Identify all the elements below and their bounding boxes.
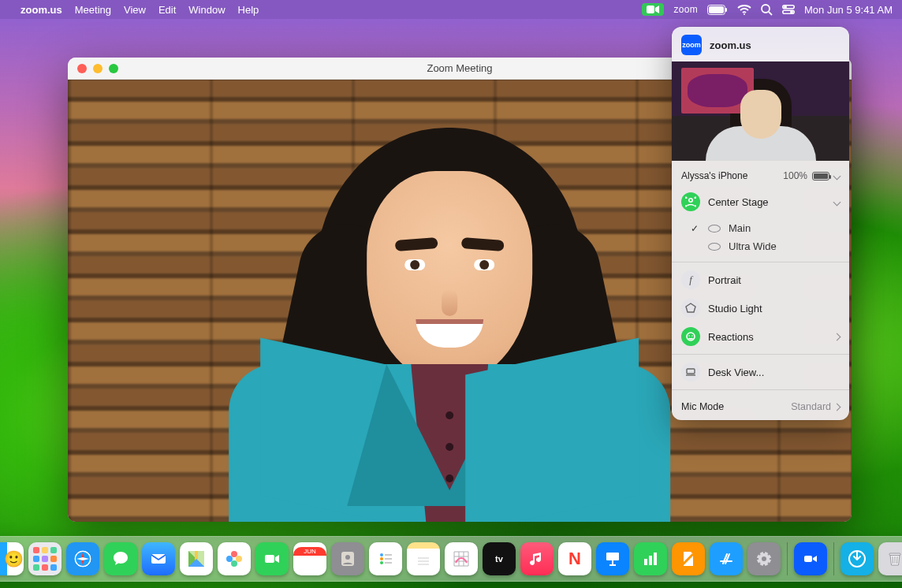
lens-icon [708,243,721,251]
svg-line-59 [893,556,893,564]
svg-point-25 [231,560,237,567]
lens-icon [708,225,721,233]
svg-point-24 [236,556,242,562]
center-stage-option-ultrawide[interactable]: Ultra Wide [689,237,840,255]
dock-app-safari[interactable] [66,542,99,575]
desk-view-row[interactable]: Desk View... [672,358,849,386]
menu-item-meeting[interactable]: Meeting [75,4,111,16]
spotlight-search-icon[interactable] [761,4,773,16]
portrait-icon: f [681,270,700,289]
dock-app-launchpad[interactable] [28,542,62,575]
camera-device-row: Alyssa's iPhone 100% [672,167,849,188]
control-center-icon[interactable] [782,5,795,14]
dock-divider [833,542,834,575]
svg-rect-40 [606,553,619,560]
center-stage-option-main[interactable]: ✓ Main [689,219,840,237]
dock-app-calendar[interactable]: JUN 5 [293,542,326,575]
dock-app-numbers[interactable] [634,542,667,575]
svg-rect-45 [654,553,657,565]
chevron-right-icon [833,403,841,411]
chevron-right-icon [833,333,841,341]
dock-app-keynote[interactable] [596,542,629,575]
menu-app-name[interactable]: zoom.us [20,4,62,16]
battery-status-icon[interactable] [707,5,728,15]
svg-rect-44 [649,556,652,565]
portrait-label: Portrait [708,274,741,286]
dock-app-mail[interactable] [142,542,175,575]
svg-point-31 [380,553,383,556]
dock-trash[interactable] [878,542,902,575]
battery-icon [812,172,829,180]
svg-rect-2 [709,6,724,13]
menu-item-window[interactable]: Window [188,4,225,16]
menu-item-help[interactable]: Help [238,4,259,16]
dock-app-pages[interactable] [672,542,705,575]
option-label: Ultra Wide [729,240,777,252]
dock-app-notes[interactable] [407,542,440,575]
dock-app-freeform[interactable] [445,542,478,575]
svg-rect-56 [804,556,812,562]
video-effects-panel: zoom zoom.us Alyssa's iPhone 100% Center… [672,27,849,420]
dock-app-finder[interactable]: 🙂 [0,542,24,575]
svg-rect-0 [647,6,654,13]
studio-light-row[interactable]: Studio Light [672,294,849,322]
dock-app-zoom[interactable] [794,542,827,575]
reactions-row[interactable]: Reactions [672,322,849,351]
dock-app-news[interactable]: N [558,542,591,575]
reactions-label: Reactions [708,331,754,343]
dock-downloads-stack[interactable] [840,542,874,575]
dock: 🙂 JUN 5 tv N [0,536,902,582]
reactions-icon [681,327,700,346]
mic-mode-row[interactable]: Mic Mode Standard [672,393,849,420]
dock-app-music[interactable] [520,542,554,575]
panel-app-name: zoom.us [710,39,751,51]
dock-app-tv[interactable]: tv [483,542,516,575]
svg-point-47 [762,556,766,561]
svg-rect-27 [265,555,274,563]
chevron-down-icon [833,198,841,206]
checkmark-icon: ✓ [689,223,700,234]
dock-app-messages[interactable] [104,542,137,575]
portrait-row[interactable]: f Portrait [672,266,849,294]
svg-point-10 [791,11,792,13]
center-stage-row[interactable]: Center Stage [672,188,849,216]
svg-point-26 [226,556,233,562]
dock-app-maps[interactable] [180,542,213,575]
svg-line-61 [897,556,898,564]
device-disclosure-icon[interactable] [833,172,841,180]
menu-item-view[interactable]: View [124,4,146,16]
zoom-app-icon: zoom [681,35,702,55]
mic-mode-label: Mic Mode [681,401,724,412]
svg-line-53 [768,563,770,564]
svg-point-29 [345,555,350,560]
svg-line-55 [768,553,770,555]
menubar-datetime[interactable]: Mon Jun 5 9:41 AM [804,4,893,16]
dock-app-contacts[interactable] [331,542,364,575]
svg-rect-3 [725,8,727,12]
svg-point-14 [688,335,690,337]
menubar-zoom-label[interactable]: zoom [673,4,698,15]
wifi-status-icon[interactable] [737,5,751,15]
svg-point-8 [785,6,786,8]
desk-view-icon [681,363,700,381]
dock-app-photos[interactable] [218,542,251,575]
svg-line-54 [758,563,760,564]
dock-app-settings[interactable] [747,542,781,575]
center-stage-label: Center Stage [708,196,769,208]
camera-device-name: Alyssa's iPhone [681,170,747,181]
svg-point-5 [762,5,770,13]
dock-app-facetime[interactable] [255,542,289,575]
panel-app-header: zoom zoom.us [672,27,849,61]
menu-item-edit[interactable]: Edit [158,4,176,16]
dock-app-appstore[interactable] [710,542,743,575]
dock-app-reminders[interactable] [369,542,402,575]
camera-active-indicator[interactable] [642,3,664,16]
svg-rect-58 [889,553,900,556]
svg-rect-43 [644,559,647,565]
svg-point-15 [691,335,693,337]
center-stage-options: ✓ Main Ultra Wide [672,216,849,259]
dock-divider [787,542,788,575]
main-participant-video [197,96,702,522]
svg-line-6 [769,12,772,15]
svg-point-32 [380,557,383,560]
